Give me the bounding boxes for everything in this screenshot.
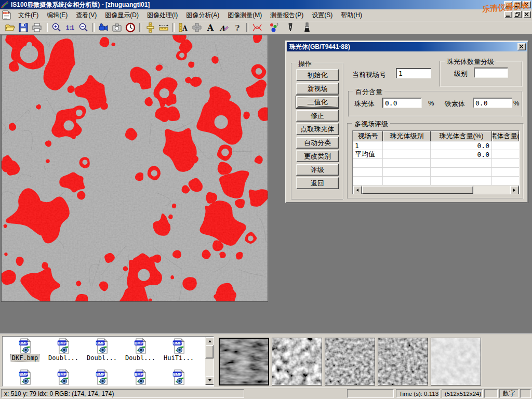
text-tool-button[interactable]: A [204, 22, 217, 33]
status-position: x: 510 y: 79 idx: 0 RGB: (174, 174, 174) [1, 389, 244, 398]
menu-report[interactable]: 测量报告(P) [266, 10, 308, 21]
ruler-measure-button[interactable] [157, 22, 170, 33]
file-item[interactable] [83, 369, 121, 385]
auto-classify-button[interactable]: 自动分类 [296, 137, 339, 149]
menu-help[interactable]: 帮助(H) [337, 10, 366, 21]
scrollbar-thumb[interactable] [362, 185, 473, 194]
table-row[interactable]: 1 0.0 [353, 141, 519, 150]
col-pearlite[interactable]: 珠光体含量(%) [431, 131, 492, 141]
zoom-in-button[interactable] [50, 22, 63, 33]
menu-edit[interactable]: 编辑(E) [43, 10, 72, 21]
ferrite-percent-input[interactable] [473, 98, 512, 108]
close-icon [524, 2, 530, 7]
pen-tool-icon [285, 22, 296, 33]
menu-image-display[interactable]: 图像显示(D) [101, 10, 143, 21]
thumbnail[interactable] [325, 338, 375, 385]
col-field[interactable]: 视场号 [353, 131, 383, 141]
file-item[interactable] [159, 369, 198, 385]
table-row[interactable]: 平均值 0.0 [353, 150, 519, 159]
rate-button[interactable]: 评级 [296, 164, 339, 176]
scroll-down-button[interactable] [205, 376, 214, 385]
table-row-empty[interactable] [353, 168, 519, 177]
pen-tool-button[interactable] [284, 22, 297, 33]
table-row-empty[interactable] [353, 159, 519, 168]
return-button[interactable]: 返回 [296, 177, 339, 189]
file-item[interactable] [121, 369, 159, 385]
file-item[interactable]: HuiTi... [159, 338, 198, 362]
thumbnail-strip [219, 338, 481, 385]
merge-tool-button[interactable] [190, 22, 204, 33]
cell-grade [383, 150, 431, 158]
file-item[interactable] [44, 369, 83, 385]
init-button[interactable]: 初始化 [296, 69, 339, 81]
save-button[interactable] [17, 22, 30, 33]
ferrite-unit: % [513, 99, 520, 107]
file-item[interactable]: DKF.bmp [6, 338, 44, 362]
cell-ferrite [492, 141, 519, 150]
multi-field-group-label: 多视场评级 [352, 119, 390, 129]
menu-image-analysis[interactable]: 图像分析(A) [182, 10, 223, 21]
file-list-scrollbar[interactable] [205, 337, 214, 385]
correct-button[interactable]: 修正 [296, 110, 339, 122]
close-button[interactable] [523, 1, 531, 8]
cell-grade [383, 141, 431, 150]
menu-file[interactable]: 文件(F) [14, 10, 43, 21]
help-button[interactable]: ? [231, 22, 244, 33]
pearlite-unit: % [428, 99, 434, 107]
curve-tool-button[interactable] [250, 22, 264, 33]
thumbnail-selected[interactable] [219, 338, 269, 385]
photo-camera-button[interactable] [110, 22, 124, 33]
open-button[interactable] [3, 22, 17, 33]
current-field-input[interactable] [396, 68, 431, 78]
file-item[interactable]: Doubl... [121, 338, 159, 362]
file-item[interactable]: Doubl... [83, 338, 121, 362]
actual-size-button[interactable]: 1:1 [63, 22, 77, 33]
pearlite-percent-input[interactable] [382, 98, 422, 108]
menu-settings[interactable]: 设置(S) [308, 10, 337, 21]
col-grade[interactable]: 珠光体级别 [383, 131, 431, 141]
minimize-button[interactable] [504, 1, 512, 8]
bmp-file-icon [172, 338, 186, 354]
level-label: 级别 [454, 69, 468, 78]
ruler-measure-icon [158, 22, 169, 33]
thumbnail[interactable] [431, 338, 481, 385]
print-button[interactable] [30, 22, 44, 33]
col-ferrite[interactable]: 铁素体含量(%) [492, 131, 519, 141]
cell-pearlite: 0.0 [431, 141, 492, 150]
maximize-button[interactable] [513, 1, 522, 8]
mdi-restore-button[interactable] [513, 11, 522, 18]
micrograph-image[interactable] [1, 35, 268, 302]
table-horizontal-scrollbar[interactable] [353, 185, 519, 194]
file-item[interactable]: Doubl... [44, 338, 83, 362]
level-input[interactable] [474, 68, 508, 78]
annotate-button[interactable]: A [217, 22, 231, 33]
scroll-left-button[interactable] [353, 185, 362, 194]
merge-tool-icon [192, 22, 202, 33]
brush-tool-button[interactable] [300, 22, 314, 33]
menu-image-measure[interactable]: 图像测量(M) [223, 10, 266, 21]
binarize-button[interactable]: 二值化 [296, 96, 339, 108]
thumbnail[interactable] [378, 338, 428, 385]
menu-image-process[interactable]: 图像处理(I) [143, 10, 182, 21]
zoom-out-button[interactable] [77, 22, 90, 33]
change-class-button[interactable]: 更改类别 [296, 150, 339, 162]
measure-text-button[interactable]: A [177, 22, 190, 33]
table-row-empty[interactable] [353, 177, 519, 185]
scroll-right-button[interactable] [510, 185, 519, 194]
rating-table: 视场号 珠光体级别 珠光体含量(%) 铁素体含量(%) 1 0.0 平均值 0.… [352, 130, 520, 194]
caliper-button[interactable] [143, 22, 157, 33]
dialog-close-button[interactable] [517, 43, 526, 50]
pick-pearlite-button[interactable]: 点取珠光体 [296, 123, 339, 135]
ferrite-label: 铁素体 [445, 99, 465, 109]
thumbnail[interactable] [272, 338, 322, 385]
file-item[interactable] [6, 369, 44, 385]
video-camera-button[interactable] [97, 22, 110, 33]
timer-button[interactable] [124, 22, 137, 33]
classify-dots-button[interactable]: 3 [267, 22, 281, 33]
svg-text:DOC: DOC [3, 11, 9, 15]
mdi-close-button[interactable] [523, 11, 531, 18]
menu-view[interactable]: 查看(V) [72, 10, 101, 21]
scrollbar-thumb[interactable] [205, 345, 214, 358]
new-field-button[interactable]: 新视场 [296, 83, 339, 95]
mdi-minimize-button[interactable] [504, 11, 512, 18]
